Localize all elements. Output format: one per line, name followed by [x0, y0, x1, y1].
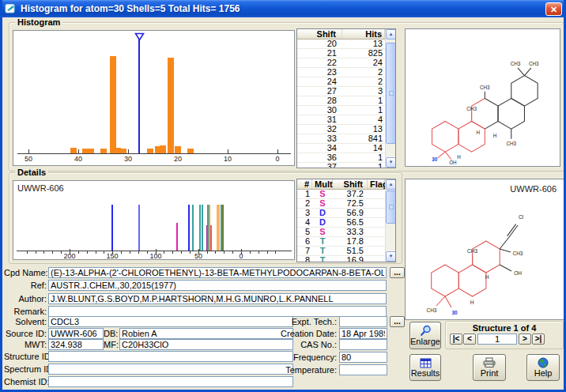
- atom-shift-marker-line[interactable]: [138, 39, 140, 153]
- db-field[interactable]: [119, 328, 293, 339]
- solvent-field[interactable]: [48, 316, 293, 327]
- structure-nav-panel: Structure 1 of 4 |< < > >|: [445, 321, 564, 349]
- column-header[interactable]: #: [297, 179, 312, 189]
- printer-icon: [482, 357, 496, 368]
- shift-hits-scrollbar[interactable]: ▲ ▼: [385, 29, 395, 168]
- enlarge-button[interactable]: Enlarge: [409, 322, 441, 349]
- table-row[interactable]: 6T17.8: [297, 237, 395, 247]
- mwt-field[interactable]: [48, 339, 104, 350]
- next-structure-button[interactable]: >: [519, 334, 531, 345]
- temperature-field[interactable]: [339, 364, 387, 375]
- scroll-down-button[interactable]: ▼: [386, 251, 396, 262]
- remark-field[interactable]: [48, 306, 387, 317]
- chemist-id-field[interactable]: [48, 376, 293, 387]
- table-row[interactable]: 33841: [297, 134, 395, 144]
- table-row[interactable]: 281: [297, 96, 395, 106]
- results-button[interactable]: Results: [409, 354, 441, 381]
- expt-tech-browse-button[interactable]: ...: [390, 316, 405, 327]
- spectrum-peak: [111, 205, 113, 251]
- prev-structure-button[interactable]: <: [463, 334, 476, 345]
- frequency-field[interactable]: [339, 352, 387, 363]
- table-cell: 21: [297, 49, 342, 58]
- structure-id-field[interactable]: [48, 351, 293, 362]
- histogram-group-label: Histogram: [15, 17, 62, 27]
- column-header[interactable]: Shift: [333, 179, 368, 189]
- table-row[interactable]: 361: [297, 153, 395, 163]
- atom-label: CH3: [511, 61, 521, 66]
- column-header[interactable]: Shift: [297, 29, 342, 39]
- print-button[interactable]: Print: [473, 354, 506, 381]
- table-row[interactable]: 8T16.9: [297, 256, 395, 262]
- scroll-down-button[interactable]: ▼: [386, 157, 396, 168]
- table-cell: 7: [297, 247, 312, 255]
- table-row[interactable]: 232: [297, 68, 395, 77]
- scroll-thumb[interactable]: [386, 190, 396, 224]
- cpd-name-label: Cpd Name:: [4, 268, 47, 277]
- expt-tech-field[interactable]: [339, 316, 387, 327]
- first-structure-button[interactable]: |<: [450, 334, 462, 345]
- table-cell: 24: [297, 77, 342, 86]
- scroll-up-button[interactable]: ▲: [386, 29, 396, 40]
- cpd-name-browse-button[interactable]: ...: [390, 267, 405, 278]
- peaks-scrollbar[interactable]: ▲ ▼: [385, 179, 395, 262]
- histogram-bar: [147, 149, 153, 153]
- axis-minor-tick: [258, 251, 259, 254]
- table-cell: 17.8: [333, 237, 368, 246]
- axis-tick: [28, 149, 29, 154]
- table-row[interactable]: 3213: [297, 125, 395, 134]
- close-button[interactable]: ✕: [545, 2, 562, 16]
- table-cell-mult: D: [312, 209, 333, 217]
- marker-triangle-icon[interactable]: [134, 32, 145, 41]
- atom-label: OH: [514, 270, 522, 276]
- spectrum-id-label: UWWR-606: [17, 183, 64, 193]
- shift-hits-table-header: ShiftHits: [297, 29, 395, 40]
- scroll-up-button[interactable]: ▲: [386, 179, 396, 190]
- creation-date-field[interactable]: [339, 328, 387, 339]
- spectrum-peak: [192, 205, 194, 251]
- table-row[interactable]: 3D56.9: [297, 209, 395, 218]
- histogram-chart[interactable]: 50403020100: [13, 30, 295, 166]
- mf-field[interactable]: [119, 339, 293, 350]
- table-row[interactable]: 1S37.2: [297, 190, 395, 199]
- table-cell: 13: [342, 125, 385, 134]
- table-row[interactable]: 301: [297, 106, 395, 115]
- table-row[interactable]: 273: [297, 87, 395, 96]
- spectrum-peak: [202, 205, 203, 251]
- author-field[interactable]: [48, 293, 387, 304]
- help-button[interactable]: Help: [526, 354, 560, 381]
- column-header[interactable]: Hits: [342, 29, 385, 39]
- axis-tick-label: 0: [232, 252, 251, 260]
- cpd-name-field[interactable]: [48, 267, 387, 278]
- source-id-field[interactable]: [48, 328, 104, 339]
- table-row[interactable]: 314: [297, 115, 395, 125]
- table-row[interactable]: 242: [297, 77, 395, 87]
- column-header[interactable]: Flag: [368, 179, 385, 189]
- spectrum-id-field[interactable]: [48, 364, 293, 375]
- window-title: Histogram for atom=30 Shells=5 Total Hit…: [21, 3, 240, 14]
- titlebar[interactable]: Histogram for atom=30 Shells=5 Total Hit…: [0, 0, 566, 17]
- table-cell: 36: [297, 153, 342, 162]
- ref-label: Ref:: [4, 281, 47, 290]
- spectrum-chart[interactable]: UWWR-606 200150100500: [13, 180, 295, 260]
- structure-index-field[interactable]: [477, 334, 517, 345]
- atom-label: CH3: [506, 141, 516, 146]
- ref-field[interactable]: [48, 280, 387, 291]
- table-row[interactable]: 371: [297, 163, 395, 168]
- table-row[interactable]: 2224: [297, 58, 395, 68]
- table-row[interactable]: 21825: [297, 49, 395, 58]
- table-cell: 24: [342, 58, 385, 67]
- table-cell: 2: [297, 199, 312, 208]
- table-row[interactable]: 3414: [297, 144, 395, 153]
- table-row[interactable]: 2S72.5: [297, 199, 395, 209]
- column-header[interactable]: Mult: [312, 179, 333, 189]
- scroll-thumb[interactable]: [386, 43, 396, 144]
- table-cell: 3: [297, 209, 312, 217]
- table-cell: 14: [342, 144, 385, 153]
- table-row[interactable]: 2013: [297, 40, 395, 49]
- table-row[interactable]: 5S33.3: [297, 228, 395, 237]
- cas-no-label: CAS No.:: [281, 340, 337, 349]
- cas-no-field[interactable]: [339, 339, 387, 350]
- table-row[interactable]: 7T51.5: [297, 247, 395, 256]
- table-row[interactable]: 4D56.5: [297, 218, 395, 228]
- last-structure-button[interactable]: >|: [532, 334, 545, 345]
